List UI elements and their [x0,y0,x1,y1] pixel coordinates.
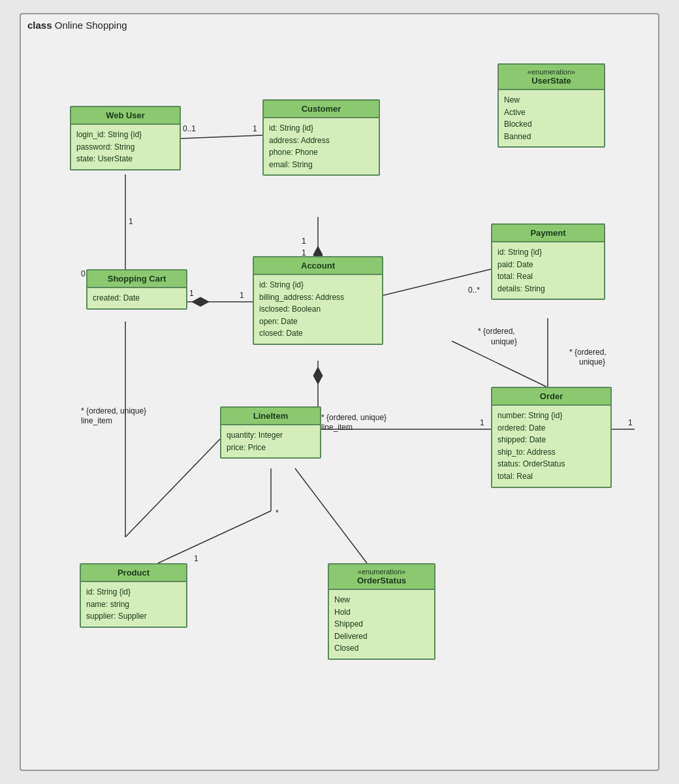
uml-customer-body: id: String {id} address: Address phone: … [264,118,379,174]
uml-product: Product id: String {id} name: string sup… [80,563,187,628]
line-item-label1: line_item [321,423,353,432]
mult-label-0star: 0..* [468,286,480,295]
svg-line-11 [452,341,546,387]
uml-orderstatus-header: «enumeration» OrderStatus [329,564,434,590]
uml-order-header: Order [492,388,610,406]
orderstatus-stereotype: «enumeration» [334,568,429,576]
svg-marker-8 [313,367,323,384]
uml-customer-header: Customer [264,101,379,118]
mult-label-1c: 1 [189,289,194,298]
uml-product-header: Product [81,564,186,582]
mult-label-01: 0..1 [183,124,196,133]
title-keyword: class [27,20,52,31]
uml-account-header: Account [254,257,382,275]
uml-shoppingcart-header: Shopping Cart [87,270,186,288]
mult-star: * [276,508,279,517]
uml-userstate-header: «enumeration» UserState [499,65,604,90]
userstate-stereotype: «enumeration» [504,68,599,76]
uml-webuser-header: Web User [71,107,180,125]
uml-orderstatus-body: NewHoldShippedDeliveredClosed [329,590,434,659]
uml-lineitem-header: LineItem [221,408,320,425]
line-item-label2: line_item [81,416,112,425]
ordered-unique2b: unique} [579,357,605,367]
uml-account-body: id: String {id} billing_address: Address… [254,275,382,344]
uml-customer: Customer id: String {id} address: Addres… [262,99,380,176]
uml-shoppingcart-body: created: Date [87,288,186,308]
uml-webuser: Web User login_id: String {id} password:… [70,106,181,171]
mult-label-1g: 1 [480,418,484,427]
ordered-unique2: * {ordered, [569,348,607,357]
ordered-unique1: * {ordered, [478,327,515,336]
mult-label-1d: 1 [240,291,244,300]
svg-line-0 [181,135,262,139]
uml-product-body: id: String {id} name: string supplier: S… [81,582,186,627]
mult-1j: 1 [628,418,633,427]
svg-line-17 [295,468,367,563]
diagram-title: class Online Shopping [27,20,127,31]
svg-marker-5 [192,297,209,306]
uml-account: Account id: String {id} billing_address:… [253,256,383,345]
diagram-container: class Online Shopping [20,13,659,771]
uml-webuser-body: login_id: String {id} password: String s… [71,125,180,169]
svg-line-16 [158,511,271,563]
mult-label-1e: 1 [302,237,306,246]
uml-order: Order number: String {id} ordered: Date … [491,387,612,488]
ordered-unique1b: unique} [491,337,517,346]
mult-label-1i: 1 [194,554,198,563]
ordered-unique3: * {ordered, unique} [321,413,387,422]
title-name: Online Shopping [55,20,127,31]
uml-order-body: number: String {id} ordered: Date shippe… [492,406,610,487]
uml-userstate: «enumeration» UserState NewActiveBlocked… [497,63,605,148]
uml-orderstatus: «enumeration» OrderStatus NewHoldShipped… [328,563,435,660]
svg-line-14 [125,439,220,537]
uml-payment-body: id: String {id} paid: Date total: Real d… [492,242,604,299]
uml-payment-header: Payment [492,225,604,242]
uml-shoppingcart: Shopping Cart created: Date [86,269,187,310]
uml-lineitem: LineItem quantity: Integer price: Price [220,406,321,459]
uml-userstate-body: NewActiveBlockedBanned [499,90,604,146]
uml-payment: Payment id: String {id} paid: Date total… [491,223,605,300]
ordered-unique4: * {ordered, unique} [81,406,146,416]
mult-label-1b: 1 [129,217,133,226]
mult-label-1a: 1 [253,124,257,133]
uml-lineitem-body: quantity: Integer price: Price [221,425,320,457]
